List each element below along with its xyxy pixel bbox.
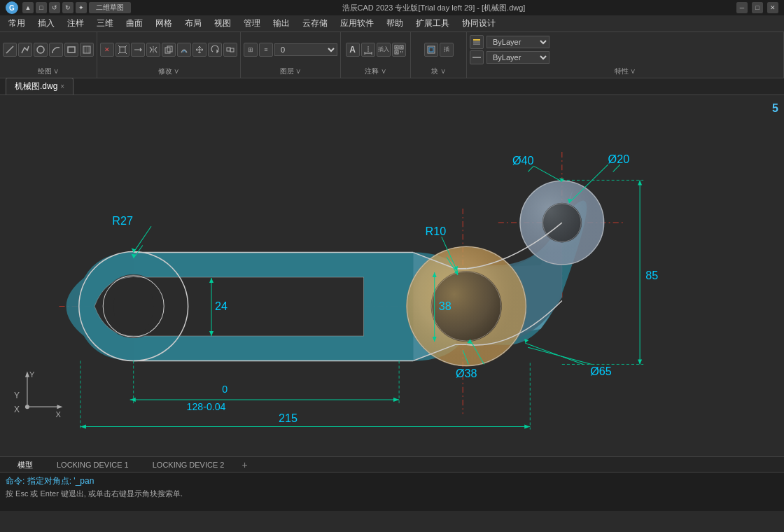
layer-icons: ⊞ ≡ 0 bbox=[244, 34, 337, 65]
annotation-label: 注释 ∨ bbox=[365, 66, 386, 76]
tool-icon-1[interactable]: ▲ bbox=[22, 2, 34, 13]
menu-output[interactable]: 输出 bbox=[267, 16, 295, 31]
menu-3d[interactable]: 三维 bbox=[91, 16, 119, 31]
tool-icon-5[interactable]: ✦ bbox=[76, 2, 87, 13]
status-tab-locking1[interactable]: LOCKING DEVICE 1 bbox=[45, 458, 141, 471]
stretch-tool[interactable] bbox=[131, 43, 145, 57]
maximize-button[interactable]: □ bbox=[752, 2, 763, 13]
svg-line-75 bbox=[134, 226, 151, 252]
menu-cloud[interactable]: 云存储 bbox=[297, 16, 333, 31]
circle-tool[interactable] bbox=[34, 43, 48, 57]
dim-tool[interactable] bbox=[361, 43, 375, 57]
menu-surface[interactable]: 曲面 bbox=[120, 16, 148, 31]
svg-marker-109 bbox=[393, 398, 399, 402]
svg-text:Ø38: Ø38 bbox=[456, 367, 477, 379]
toolbar-layer-section: ⊞ ≡ 0 图层 ∨ bbox=[241, 32, 341, 78]
document-tabbar: 机械图.dwg × bbox=[0, 78, 784, 95]
draw-icons bbox=[3, 34, 94, 65]
svg-line-67 bbox=[533, 166, 561, 181]
tool-icon-4[interactable]: ↻ bbox=[62, 2, 74, 13]
menu-mesh[interactable]: 网格 bbox=[150, 16, 178, 31]
svg-text:Y: Y bbox=[29, 370, 35, 379]
svg-marker-40 bbox=[57, 405, 62, 409]
menu-view[interactable]: 视图 bbox=[209, 16, 237, 31]
svg-line-10 bbox=[118, 52, 120, 54]
match-prop-tool[interactable] bbox=[470, 35, 484, 49]
svg-line-70 bbox=[528, 166, 533, 172]
close-button[interactable]: ✕ bbox=[767, 2, 778, 13]
menu-manage[interactable]: 管理 bbox=[238, 16, 266, 31]
delete-tool[interactable]: ✕ bbox=[100, 43, 114, 57]
line-tool[interactable] bbox=[3, 43, 17, 57]
svg-point-42 bbox=[25, 405, 29, 409]
linetype-tool[interactable] bbox=[470, 50, 484, 64]
arc-tool[interactable] bbox=[49, 43, 63, 57]
command-input-line[interactable]: 命令: 指定对角点: '_pan bbox=[6, 475, 778, 487]
explode-tool[interactable] bbox=[115, 43, 130, 57]
toolbar-modify-section: ✕ 修改 ∨ bbox=[97, 32, 241, 78]
tool-icon-3[interactable]: ↺ bbox=[49, 2, 60, 13]
menu-appsoftware[interactable]: 应用软件 bbox=[335, 16, 379, 31]
block-tool[interactable] bbox=[424, 43, 438, 57]
svg-text:X: X bbox=[55, 410, 61, 419]
menu-help[interactable]: 帮助 bbox=[381, 16, 409, 31]
svg-point-1 bbox=[37, 46, 44, 53]
hatch-tool[interactable] bbox=[80, 43, 94, 57]
svg-rect-15 bbox=[227, 48, 230, 51]
rect-tool[interactable] bbox=[64, 43, 78, 57]
svg-marker-103 bbox=[638, 359, 642, 364]
status-tab-locking2[interactable]: LOCKING DEVICE 2 bbox=[141, 458, 237, 471]
tool-icon-6[interactable]: 二维草图 bbox=[89, 2, 131, 13]
status-tab-model[interactable]: 模型 bbox=[6, 458, 45, 472]
insert-tool[interactable]: 插入 bbox=[377, 43, 391, 57]
properties-label: 特性 ∨ bbox=[615, 66, 636, 76]
mirror-tool[interactable] bbox=[146, 43, 160, 57]
titlebar-tools: ▲ □ ↺ ↻ ✦ 二维草图 bbox=[22, 2, 131, 13]
svg-rect-2 bbox=[68, 47, 75, 52]
copy-tool[interactable] bbox=[162, 43, 176, 57]
main-toolbar: 绘图 ∨ ✕ bbox=[0, 32, 784, 78]
layer-select[interactable]: 0 bbox=[274, 43, 337, 56]
window-title: 浩辰CAD 2023 专业版[Trial day left 29] - [机械图… bbox=[342, 3, 526, 13]
add-tab-button[interactable]: + bbox=[236, 458, 253, 472]
menu-collaborate[interactable]: 协同设计 bbox=[456, 16, 501, 31]
status-tabs-bar: 模型 LOCKING DEVICE 1 LOCKING DEVICE 2 + bbox=[0, 456, 784, 472]
svg-rect-28 bbox=[400, 52, 401, 53]
qrcode-tool[interactable] bbox=[392, 43, 406, 57]
block-icons: 插 bbox=[424, 34, 454, 65]
tab-close-button[interactable]: × bbox=[60, 83, 64, 90]
polyline-tool[interactable] bbox=[18, 43, 32, 57]
layer-manager-tool[interactable]: ⊞ bbox=[244, 43, 258, 57]
linetype-select[interactable]: ByLayer bbox=[486, 51, 550, 64]
svg-rect-25 bbox=[396, 51, 397, 52]
document-tab[interactable]: 机械图.dwg × bbox=[6, 78, 74, 94]
svg-marker-116 bbox=[524, 424, 530, 428]
svg-rect-7 bbox=[120, 47, 125, 52]
repeat-tool[interactable] bbox=[223, 43, 237, 57]
command-hint-text: 按 Esc 或 Enter 键退出, 或单击右键显示角块搜索单. bbox=[6, 489, 778, 499]
block-insert-tool[interactable]: 插 bbox=[440, 43, 454, 57]
drawing-canvas[interactable]: 5 Y X Y X bbox=[0, 95, 784, 456]
color-select[interactable]: ByLayer bbox=[486, 36, 550, 48]
svg-text:38: 38 bbox=[439, 300, 451, 312]
svg-text:Ø40: Ø40 bbox=[512, 154, 534, 167]
layer-props-tool[interactable]: ≡ bbox=[259, 43, 273, 57]
svg-line-89 bbox=[525, 343, 583, 364]
menu-extensions[interactable]: 扩展工具 bbox=[410, 16, 455, 31]
svg-text:215: 215 bbox=[279, 412, 298, 424]
move-tool[interactable] bbox=[192, 43, 206, 57]
menu-annotation[interactable]: 注样 bbox=[62, 16, 90, 31]
menu-layout[interactable]: 布局 bbox=[179, 16, 207, 31]
offset-tool[interactable] bbox=[177, 43, 191, 57]
svg-text:24: 24 bbox=[215, 300, 227, 312]
text-tool[interactable]: A bbox=[346, 43, 360, 57]
menu-changyon[interactable]: 常用 bbox=[3, 16, 31, 31]
tab-filename: 机械图.dwg bbox=[15, 80, 57, 92]
menu-insert[interactable]: 插入 bbox=[32, 16, 60, 31]
layer-label: 图层 ∨ bbox=[280, 66, 302, 76]
tool-icon-2[interactable]: □ bbox=[36, 2, 47, 13]
toolbar-draw-section: 绘图 ∨ bbox=[0, 32, 97, 78]
minimize-button[interactable]: ─ bbox=[736, 2, 748, 13]
svg-rect-27 bbox=[402, 51, 402, 52]
rotate-tool[interactable] bbox=[208, 43, 222, 57]
